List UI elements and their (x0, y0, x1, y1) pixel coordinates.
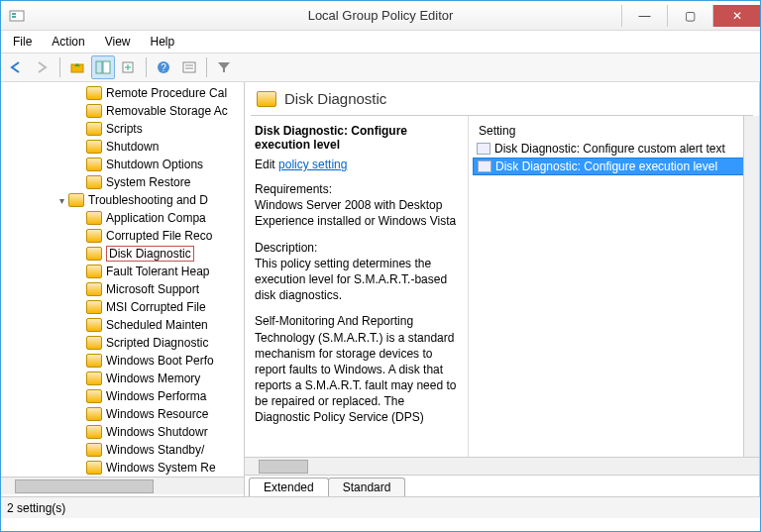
folder-icon (86, 300, 102, 314)
edit-row: Edit policy setting (255, 158, 458, 171)
tree-item-label: Shutdown Options (106, 158, 203, 171)
back-button[interactable] (5, 55, 29, 79)
tree-item[interactable]: Microsoft Support (1, 280, 244, 298)
tree-item[interactable]: Fault Tolerant Heap (1, 263, 244, 280)
requirements-text: Windows Server 2008 with Desktop Experie… (255, 198, 456, 228)
close-button[interactable]: ✕ (712, 5, 760, 27)
menu-file[interactable]: File (5, 33, 40, 51)
tree-item-label: Microsoft Support (106, 282, 199, 296)
forward-button[interactable] (31, 55, 54, 79)
tree-item-label: Disk Diagnostic (106, 246, 194, 262)
setting-label: Disk Diagnostic: Configure execution lev… (495, 160, 717, 173)
content-heading: Disk Diagnostic (284, 90, 386, 107)
setting-row[interactable]: Disk Diagnostic: Configure custom alert … (473, 140, 755, 158)
description-pane: Disk Diagnostic: Configure execution lev… (245, 116, 469, 457)
help-button[interactable]: ? (152, 55, 175, 79)
tree-item[interactable]: Windows Performa (1, 387, 244, 405)
folder-icon (86, 175, 102, 189)
tree-item-label: Windows System Re (106, 461, 216, 475)
folder-icon (68, 193, 84, 207)
tree-item-label: Application Compa (106, 211, 206, 225)
tree-item[interactable]: Application Compa (1, 209, 244, 227)
maximize-button[interactable]: ▢ (667, 5, 712, 27)
column-header-setting[interactable]: Setting (473, 122, 755, 140)
folder-icon (86, 461, 102, 475)
tree-item-label: Scheduled Mainten (106, 318, 208, 332)
description-block: Description:This policy setting determin… (255, 240, 458, 304)
tree-item[interactable]: Disk Diagnostic (1, 245, 244, 263)
policy-title: Disk Diagnostic: Configure execution lev… (255, 124, 458, 152)
tree-item[interactable]: Scripts (1, 120, 244, 138)
menubar: File Action View Help (1, 31, 760, 53)
folder-icon (86, 86, 102, 100)
properties-button[interactable] (177, 55, 201, 79)
tree-item-label: Fault Tolerant Heap (106, 265, 210, 278)
details-pane: Disk Diagnostic Disk Diagnostic: Configu… (245, 82, 760, 496)
up-button[interactable] (65, 55, 89, 79)
tree-item[interactable]: Removable Storage Ac (1, 102, 244, 120)
tree-item[interactable]: Scheduled Mainten (1, 316, 244, 334)
tab-extended[interactable]: Extended (249, 478, 329, 496)
tree-item[interactable]: Remote Procedure Cal (1, 84, 244, 102)
folder-icon (86, 425, 102, 439)
tree-item[interactable]: Shutdown Options (1, 156, 244, 173)
tree-item[interactable]: Windows Resource (1, 405, 244, 423)
folder-tree[interactable]: Remote Procedure CalRemovable Storage Ac… (1, 82, 244, 477)
folder-icon (86, 389, 102, 403)
tree-item[interactable]: Windows Boot Perfo (1, 352, 244, 370)
folder-icon (86, 336, 102, 350)
folder-icon (86, 122, 102, 136)
collapse-icon[interactable]: ▾ (54, 195, 68, 206)
tree-item[interactable]: Scripted Diagnostic (1, 334, 244, 352)
tree-item[interactable]: Windows System Re (1, 459, 244, 477)
main-area: Remote Procedure CalRemovable Storage Ac… (1, 82, 760, 496)
tree-item[interactable]: Shutdown (1, 138, 244, 156)
tree-item[interactable]: MSI Corrupted File (1, 298, 244, 316)
tab-standard[interactable]: Standard (328, 478, 406, 496)
export-button[interactable] (117, 55, 141, 79)
folder-icon (86, 247, 102, 261)
folder-icon (86, 407, 102, 421)
tree-item[interactable]: Windows Standby/ (1, 441, 244, 459)
tree-item[interactable]: System Restore (1, 173, 244, 191)
tree-item[interactable]: Windows Shutdowr (1, 423, 244, 441)
policy-setting-link[interactable]: policy setting (278, 158, 347, 171)
folder-icon (86, 158, 102, 171)
toolbar-separator (59, 57, 60, 77)
horizontal-scrollbar[interactable] (245, 457, 759, 475)
requirements-block: Requirements:Windows Server 2008 with De… (255, 181, 458, 230)
folder-icon (86, 443, 102, 457)
filter-icon (216, 60, 232, 74)
show-hide-tree-button[interactable] (91, 55, 115, 79)
requirements-label: Requirements: (255, 182, 332, 196)
tree-item-label: Corrupted File Reco (106, 229, 212, 243)
app-icon (9, 8, 25, 24)
window-title: Local Group Policy Editor (308, 8, 454, 23)
svg-rect-9 (183, 62, 195, 72)
folder-icon (86, 265, 102, 278)
tree-item-label: Windows Boot Perfo (106, 354, 214, 368)
menu-help[interactable]: Help (143, 33, 183, 51)
policy-icon (478, 160, 491, 172)
titlebar: Local Group Policy Editor — ▢ ✕ (1, 1, 760, 31)
folder-icon (86, 354, 102, 368)
menu-view[interactable]: View (97, 33, 139, 51)
svg-rect-4 (96, 61, 102, 73)
scrollbar-thumb[interactable] (15, 479, 154, 493)
filter-button[interactable] (212, 55, 236, 79)
tree-item[interactable]: ▾Troubleshooting and D (1, 191, 244, 209)
export-icon (121, 60, 137, 74)
menu-action[interactable]: Action (44, 33, 92, 51)
tree-item[interactable]: Windows Memory (1, 370, 244, 387)
setting-row[interactable]: Disk Diagnostic: Configure execution lev… (473, 158, 755, 175)
statusbar: 2 setting(s) (1, 496, 760, 518)
tree-item-label: System Restore (106, 175, 190, 189)
minimize-button[interactable]: — (621, 5, 667, 27)
description-text: This policy setting determines the execu… (255, 257, 447, 302)
properties-icon (181, 60, 197, 74)
vertical-scrollbar[interactable] (743, 116, 759, 457)
policy-icon (477, 143, 490, 155)
scrollbar-thumb[interactable] (259, 460, 308, 474)
horizontal-scrollbar[interactable] (1, 477, 244, 494)
tree-item[interactable]: Corrupted File Reco (1, 227, 244, 245)
